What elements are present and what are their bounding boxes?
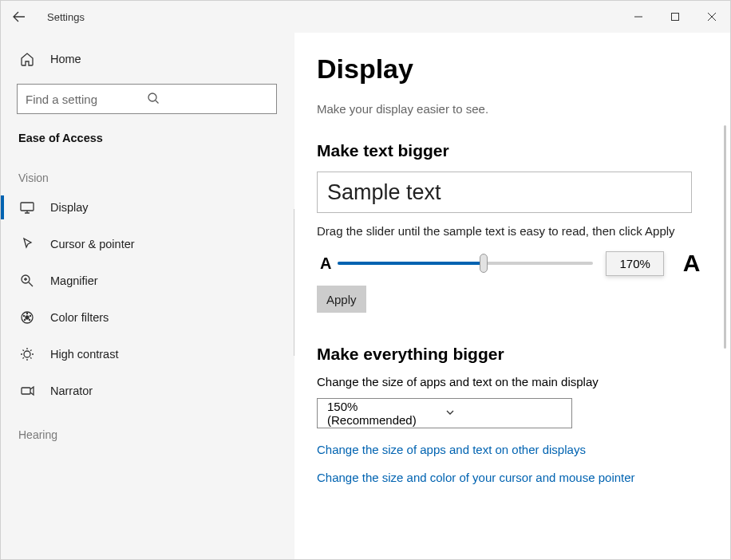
slider-thumb[interactable] xyxy=(480,254,488,273)
vertical-scrollbar[interactable] xyxy=(724,125,726,349)
sidebar-item-narrator[interactable]: Narrator xyxy=(1,373,294,409)
svg-point-6 xyxy=(26,313,28,314)
section-bigger-title: Make everything bigger xyxy=(317,345,706,364)
sidebar-item-label: Cursor & pointer xyxy=(50,238,135,250)
window-controls xyxy=(620,1,730,33)
svg-point-1 xyxy=(148,93,156,101)
slider-label-large: A xyxy=(683,250,701,277)
sidebar-item-label: Color filters xyxy=(50,311,109,324)
apply-button[interactable]: Apply xyxy=(317,286,366,313)
section-bigger-desc: Change the size of apps and text on the … xyxy=(317,375,706,388)
svg-point-7 xyxy=(30,315,31,317)
svg-point-10 xyxy=(23,315,25,317)
back-button[interactable] xyxy=(1,1,38,33)
color-filters-icon xyxy=(18,309,36,326)
text-size-slider-row: A 170% A xyxy=(317,249,706,278)
sidebar-item-magnifier[interactable]: Magnifier xyxy=(1,262,294,299)
close-button[interactable] xyxy=(693,1,730,33)
display-scale-dropdown[interactable]: 150% (Recommended) xyxy=(317,398,572,428)
svg-rect-0 xyxy=(672,14,679,21)
slider-label-small: A xyxy=(320,254,331,273)
link-other-displays[interactable]: Change the size of apps and text on othe… xyxy=(317,443,706,456)
sidebar-item-display[interactable]: Display xyxy=(1,189,294,226)
minimize-button[interactable] xyxy=(620,1,657,33)
nav-home[interactable]: Home xyxy=(1,41,294,77)
content-pane: Display Make your display easier to see.… xyxy=(294,33,730,559)
dropdown-value: 150% (Recommended) xyxy=(327,400,445,427)
sidebar-item-label: Narrator xyxy=(50,385,93,397)
search-input[interactable]: Find a setting xyxy=(17,84,277,114)
titlebar: Settings xyxy=(1,1,730,33)
sidebar-item-label: High contrast xyxy=(50,348,118,361)
window-title: Settings xyxy=(47,11,85,23)
sidebar-item-color-filters[interactable]: Color filters xyxy=(1,299,294,336)
narrator-icon xyxy=(18,382,36,400)
sidebar-item-high-contrast[interactable]: High contrast xyxy=(1,336,294,373)
search-placeholder: Find a setting xyxy=(26,93,147,106)
sidebar-item-label: Magnifier xyxy=(50,274,98,287)
high-contrast-icon xyxy=(18,345,36,363)
page-title: Display xyxy=(317,53,706,85)
svg-rect-2 xyxy=(21,203,34,211)
search-icon xyxy=(147,92,268,107)
sidebar-category: Ease of Access xyxy=(1,117,294,152)
display-icon xyxy=(18,199,36,216)
chevron-down-icon xyxy=(445,407,562,420)
nav-label: Home xyxy=(50,53,81,65)
slider-fill xyxy=(338,262,483,265)
slider-description: Drag the slider until the sample text is… xyxy=(317,224,706,238)
sample-text-preview: Sample text xyxy=(317,172,692,213)
page-subtitle: Make your display easier to see. xyxy=(317,102,706,116)
sidebar-group-vision: Vision xyxy=(1,152,294,189)
sidebar-item-label: Display xyxy=(50,201,89,214)
svg-point-11 xyxy=(24,351,30,357)
slider-value-tooltip: 170% xyxy=(606,251,663,276)
svg-point-5 xyxy=(26,316,29,319)
magnifier-icon xyxy=(18,272,36,290)
link-cursor-pointer[interactable]: Change the size and color of your cursor… xyxy=(317,471,706,484)
text-size-slider[interactable] xyxy=(338,262,593,265)
sidebar-item-cursor[interactable]: Cursor & pointer xyxy=(1,226,294,262)
svg-rect-12 xyxy=(22,388,30,394)
sidebar-group-hearing: Hearing xyxy=(1,409,294,446)
section-text-title: Make text bigger xyxy=(317,141,706,160)
svg-point-9 xyxy=(24,319,26,321)
svg-point-8 xyxy=(29,319,30,321)
home-icon xyxy=(18,50,36,68)
sidebar: Home Find a setting Ease of Access Visio… xyxy=(1,33,294,559)
cursor-icon xyxy=(18,235,36,253)
maximize-button[interactable] xyxy=(657,1,693,33)
